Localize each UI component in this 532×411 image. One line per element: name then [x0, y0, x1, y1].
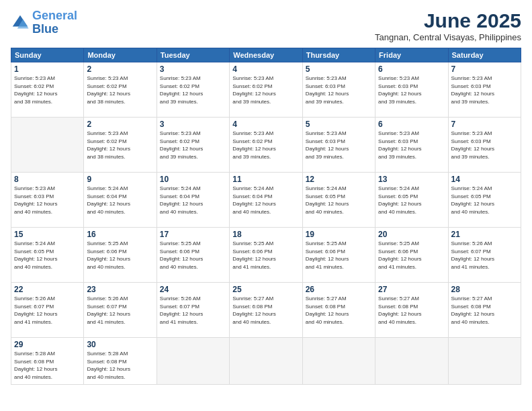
calendar-day-21: 21Sunrise: 5:26 AM Sunset: 6:07 PM Dayli…: [448, 228, 521, 283]
calendar-row-3: 8Sunrise: 5:23 AM Sunset: 6:03 PM Daylig…: [11, 173, 521, 228]
calendar-day-2: 2Sunrise: 5:23 AM Sunset: 6:02 PM Daylig…: [84, 118, 157, 173]
logo-icon: [11, 13, 30, 32]
calendar-day-24: 24Sunrise: 5:26 AM Sunset: 6:07 PM Dayli…: [157, 283, 229, 338]
calendar-day-5: 5Sunrise: 5:23 AM Sunset: 6:03 PM Daylig…: [302, 62, 375, 118]
calendar-row-4: 15Sunrise: 5:24 AM Sunset: 6:05 PM Dayli…: [11, 228, 521, 283]
page: General Blue June 2025 Tangnan, Central …: [0, 0, 532, 411]
calendar-day-5: 5Sunrise: 5:23 AM Sunset: 6:03 PM Daylig…: [302, 118, 375, 173]
weekday-header-friday: Friday: [375, 48, 448, 62]
calendar-day-26: 26Sunrise: 5:27 AM Sunset: 6:08 PM Dayli…: [302, 283, 375, 338]
calendar-day-9: 9Sunrise: 5:24 AM Sunset: 6:04 PM Daylig…: [84, 173, 157, 228]
calendar-day-23: 23Sunrise: 5:26 AM Sunset: 6:07 PM Dayli…: [84, 283, 157, 338]
calendar-day-16: 16Sunrise: 5:25 AM Sunset: 6:06 PM Dayli…: [84, 228, 157, 283]
calendar-day-29: 29Sunrise: 5:28 AM Sunset: 6:08 PM Dayli…: [11, 338, 84, 385]
weekday-header-monday: Monday: [84, 48, 157, 62]
calendar-row-2: 2Sunrise: 5:23 AM Sunset: 6:02 PM Daylig…: [11, 118, 521, 173]
calendar-day-6: 6Sunrise: 5:23 AM Sunset: 6:03 PM Daylig…: [375, 62, 448, 118]
weekday-header-row: SundayMondayTuesdayWednesdayThursdayFrid…: [11, 48, 521, 62]
calendar-day-empty: [230, 338, 302, 385]
calendar-day-15: 15Sunrise: 5:24 AM Sunset: 6:05 PM Dayli…: [11, 228, 84, 283]
calendar-day-7: 7Sunrise: 5:23 AM Sunset: 6:03 PM Daylig…: [448, 62, 521, 118]
weekday-header-wednesday: Wednesday: [230, 48, 302, 62]
calendar-day-3: 3Sunrise: 5:23 AM Sunset: 6:02 PM Daylig…: [157, 62, 229, 118]
calendar-day-empty: [448, 338, 521, 385]
calendar-day-14: 14Sunrise: 5:24 AM Sunset: 6:05 PM Dayli…: [448, 173, 521, 228]
weekday-header-thursday: Thursday: [302, 48, 375, 62]
calendar-day-10: 10Sunrise: 5:24 AM Sunset: 6:04 PM Dayli…: [157, 173, 229, 228]
calendar-day-empty: [11, 118, 84, 173]
calendar-day-22: 22Sunrise: 5:26 AM Sunset: 6:07 PM Dayli…: [11, 283, 84, 338]
calendar-day-18: 18Sunrise: 5:25 AM Sunset: 6:06 PM Dayli…: [230, 228, 302, 283]
calendar-day-1: 1Sunrise: 5:23 AM Sunset: 6:02 PM Daylig…: [11, 62, 84, 118]
calendar-row-1: 1Sunrise: 5:23 AM Sunset: 6:02 PM Daylig…: [11, 62, 521, 118]
location: Tangnan, Central Visayas, Philippines: [375, 32, 521, 42]
calendar-day-30: 30Sunrise: 5:28 AM Sunset: 6:08 PM Dayli…: [84, 338, 157, 385]
weekday-header-sunday: Sunday: [11, 48, 84, 62]
month-title: June 2025: [375, 9, 521, 32]
calendar-day-6: 6Sunrise: 5:23 AM Sunset: 6:03 PM Daylig…: [375, 118, 448, 173]
calendar-day-2: 2Sunrise: 5:23 AM Sunset: 6:02 PM Daylig…: [84, 62, 157, 118]
calendar-day-13: 13Sunrise: 5:24 AM Sunset: 6:05 PM Dayli…: [375, 173, 448, 228]
calendar-day-4: 4Sunrise: 5:23 AM Sunset: 6:02 PM Daylig…: [230, 62, 302, 118]
calendar-day-17: 17Sunrise: 5:25 AM Sunset: 6:06 PM Dayli…: [157, 228, 229, 283]
calendar-day-8: 8Sunrise: 5:23 AM Sunset: 6:03 PM Daylig…: [11, 173, 84, 228]
calendar-day-7: 7Sunrise: 5:23 AM Sunset: 6:03 PM Daylig…: [448, 118, 521, 173]
calendar-day-11: 11Sunrise: 5:24 AM Sunset: 6:04 PM Dayli…: [230, 173, 302, 228]
calendar-day-empty: [157, 338, 229, 385]
title-block: June 2025 Tangnan, Central Visayas, Phil…: [375, 9, 521, 42]
logo-text: General Blue: [32, 9, 77, 36]
calendar-day-empty: [375, 338, 448, 385]
calendar-day-28: 28Sunrise: 5:27 AM Sunset: 6:08 PM Dayli…: [448, 283, 521, 338]
calendar-day-empty: [302, 338, 375, 385]
calendar-day-19: 19Sunrise: 5:25 AM Sunset: 6:06 PM Dayli…: [302, 228, 375, 283]
weekday-header-saturday: Saturday: [448, 48, 521, 62]
calendar-day-27: 27Sunrise: 5:27 AM Sunset: 6:08 PM Dayli…: [375, 283, 448, 338]
calendar-row-6: 29Sunrise: 5:28 AM Sunset: 6:08 PM Dayli…: [11, 338, 521, 385]
calendar-day-3: 3Sunrise: 5:23 AM Sunset: 6:02 PM Daylig…: [157, 118, 229, 173]
calendar-row-5: 22Sunrise: 5:26 AM Sunset: 6:07 PM Dayli…: [11, 283, 521, 338]
header: General Blue June 2025 Tangnan, Central …: [11, 9, 521, 42]
calendar-day-4: 4Sunrise: 5:23 AM Sunset: 6:02 PM Daylig…: [230, 118, 302, 173]
weekday-header-tuesday: Tuesday: [157, 48, 229, 62]
calendar-day-20: 20Sunrise: 5:25 AM Sunset: 6:06 PM Dayli…: [375, 228, 448, 283]
calendar-table: SundayMondayTuesdayWednesdayThursdayFrid…: [11, 48, 521, 385]
calendar-day-12: 12Sunrise: 5:24 AM Sunset: 6:05 PM Dayli…: [302, 173, 375, 228]
logo: General Blue: [11, 9, 77, 36]
calendar-day-25: 25Sunrise: 5:27 AM Sunset: 6:08 PM Dayli…: [230, 283, 302, 338]
